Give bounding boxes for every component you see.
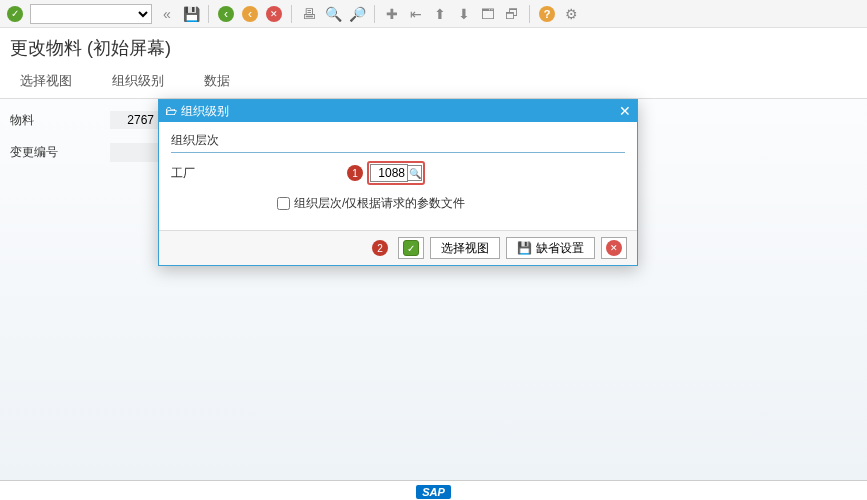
plant-input[interactable] [370,164,408,182]
subtab-data[interactable]: 数据 [204,72,230,90]
select-view-button[interactable]: 选择视图 [430,237,500,259]
annotation-badge-2: 2 [372,240,388,256]
command-field[interactable] [30,4,152,24]
dialog-icon: 🗁 [165,104,177,118]
back-icon[interactable] [217,5,235,23]
page-title: 更改物料 (初始屏幕) [0,28,867,68]
first-page-nav-icon[interactable]: ⇤ [407,5,425,23]
main-area: 物料 变更编号 🗁 组织级别 ✕ 组织层次 工厂 1 🔍 [0,99,867,480]
dialog-section-header: 组织层次 [171,132,625,153]
help-icon[interactable] [538,5,556,23]
org-level-dialog: 🗁 组织级别 ✕ 组织层次 工厂 1 🔍 组织层次/仅根据请求的参数文件 [158,99,638,266]
material-input[interactable] [110,111,158,129]
org-level-checkbox-label: 组织层次/仅根据请求的参数文件 [294,195,465,212]
layout-icon[interactable]: 🗗 [503,5,521,23]
search-help-icon[interactable]: 🔍 [408,165,422,181]
dialog-button-bar: 2 ✓ 选择视图 💾缺省设置 ✕ [159,230,637,265]
find-next-icon[interactable]: 🔎 [348,5,366,23]
material-label: 物料 [10,112,110,129]
close-icon[interactable]: ✕ [619,103,631,119]
find-icon[interactable]: 🔍 [324,5,342,23]
print-icon[interactable]: 🖶 [300,5,318,23]
sap-logo-bar: SAP [0,480,867,500]
cancel-button[interactable]: ✕ [601,237,627,259]
org-level-checkbox[interactable] [277,197,290,210]
prev-page-icon[interactable]: ⬆ [431,5,449,23]
ok-button[interactable]: ✓ [398,237,424,259]
next-page-icon[interactable]: ⬇ [455,5,473,23]
customize-icon[interactable]: ⚙ [562,5,580,23]
change-no-label: 变更编号 [10,144,110,161]
save-icon[interactable]: 💾 [182,5,200,23]
subtab-org-level[interactable]: 组织级别 [112,72,164,90]
dialog-titlebar: 🗁 组织级别 ✕ [159,100,637,122]
first-page-icon[interactable]: « [158,5,176,23]
new-session-icon[interactable]: ✚ [383,5,401,23]
sap-logo: SAP [416,485,451,499]
exit-icon[interactable] [241,5,259,23]
create-shortcut-icon[interactable]: 🗔 [479,5,497,23]
cancel-icon[interactable] [265,5,283,23]
subtab-select-view[interactable]: 选择视图 [20,72,72,90]
plant-label: 工厂 [171,165,251,182]
ok-icon[interactable] [6,5,24,23]
default-settings-button[interactable]: 💾缺省设置 [506,237,595,259]
save-icon: 💾 [517,241,532,255]
change-no-input[interactable] [110,143,158,162]
plant-field-wrap: 🔍 [367,161,425,185]
app-toolbar: « 💾 🖶 🔍 🔎 ✚ ⇤ ⬆ ⬇ 🗔 🗗 ⚙ [0,0,867,28]
dialog-title: 组织级别 [181,103,229,120]
subtab-bar: 选择视图 组织级别 数据 [0,68,867,99]
annotation-badge-1: 1 [347,165,363,181]
